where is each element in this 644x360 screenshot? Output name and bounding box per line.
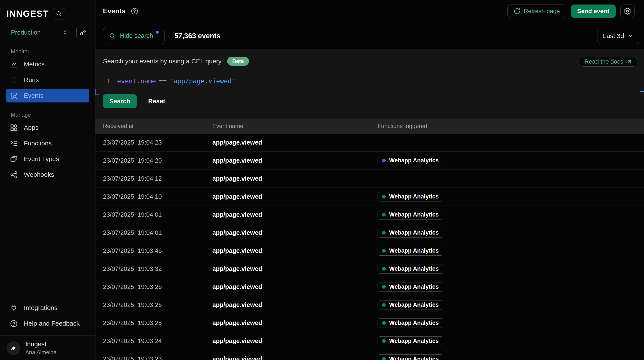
event-name-cell[interactable]: app/page.viewed [212,355,378,360]
refresh-page-label: Refresh page [524,8,560,15]
reset-button[interactable]: Reset [148,98,165,105]
time-range-selector[interactable]: Last 3d [597,28,639,44]
sidebar-item-apps[interactable]: Apps [6,121,89,134]
table-row[interactable]: 23/07/2025, 19:04:20 app/page.viewed Web… [96,152,644,170]
sidebar-top: INNGEST Production MonitorMetricsRunsEve… [0,8,95,184]
send-event-button[interactable]: Send event [571,5,616,18]
cel-query-editor[interactable]: 1 event.name=="app/page.viewed" [103,77,638,85]
function-name: Webapp Analytics [389,211,439,218]
search-button[interactable]: Search [103,94,137,108]
event-name-cell[interactable]: app/page.viewed [212,139,378,146]
account-menu[interactable]: Inngest Ana Almeida [0,336,95,360]
read-the-docs-button[interactable]: Read the docs [578,57,638,67]
event-name-cell[interactable]: app/page.viewed [212,247,378,254]
user-text: Inngest Ana Almeida [25,340,57,356]
help-circle-icon[interactable] [131,7,138,15]
table-row[interactable]: 23/07/2025, 19:03:46 app/page.viewed Web… [96,242,644,260]
sidebar-item-runs[interactable]: Runs [6,73,89,87]
event-types-icon [10,155,18,163]
table-row[interactable]: 23/07/2025, 19:03:25 app/page.viewed Web… [96,314,644,332]
event-name-cell[interactable]: app/page.viewed [212,283,378,290]
function-status-dot [382,195,386,199]
cel-title-wrap: Search your events by using a CEL query … [103,57,249,66]
global-search-button[interactable] [53,8,65,20]
table-row[interactable]: 23/07/2025, 19:03:32 app/page.viewed Web… [96,260,644,278]
environment-selector[interactable]: Production [6,26,73,39]
table-row[interactable]: 23/07/2025, 19:03:24 app/page.viewed Web… [96,332,644,350]
function-badge[interactable]: Webapp Analytics [378,156,443,165]
function-badge[interactable]: Webapp Analytics [378,282,443,292]
received-at-cell: 23/07/2025, 19:03:26 [103,283,212,290]
function-name: Webapp Analytics [389,229,439,236]
function-name: Webapp Analytics [389,265,439,272]
table-row[interactable]: 23/07/2025, 19:03:23 app/page.viewed Web… [96,350,644,360]
event-name-cell[interactable]: app/page.viewed [212,211,378,218]
chevron-down-icon [628,33,634,39]
function-badge[interactable]: Webapp Analytics [378,300,443,310]
functions-cell: Webapp Analytics [378,210,644,220]
functions-cell: Webapp Analytics [378,282,644,292]
functions-cell: — [378,139,644,146]
inngest-logo: INNGEST [6,9,49,19]
environment-row: Production [0,26,95,39]
table-row[interactable]: 23/07/2025, 19:04:01 app/page.viewed Web… [96,206,644,224]
event-name-cell[interactable]: app/page.viewed [212,157,378,164]
table-row[interactable]: 23/07/2025, 19:04:10 app/page.viewed Web… [96,188,644,206]
table-row[interactable]: 23/07/2025, 19:03:26 app/page.viewed Web… [96,296,644,314]
sidebar-item-help-and-feedback[interactable]: Help and Feedback [6,317,89,330]
environment-value: Production [11,29,41,36]
event-name-cell[interactable]: app/page.viewed [212,337,378,344]
metrics-icon [10,60,18,68]
event-keys-button[interactable] [76,26,89,39]
event-name-cell[interactable]: app/page.viewed [212,229,378,236]
hide-search-button[interactable]: Hide search [103,28,164,44]
table-row[interactable]: 23/07/2025, 19:04:23 app/page.viewed — [96,134,644,152]
sidebar-item-label: Integrations [24,304,58,311]
sidebar-item-integrations[interactable]: Integrations [6,301,89,315]
function-name: Webapp Analytics [389,338,439,344]
nav-section-label-monitor: Monitor [6,48,89,55]
function-status-dot [382,321,386,325]
table-row[interactable]: 23/07/2025, 19:04:12 app/page.viewed — [96,170,644,188]
function-badge[interactable]: Webapp Analytics [378,264,443,274]
sidebar-item-events[interactable]: Events [6,89,89,102]
function-status-dot [382,285,386,289]
sidebar-item-metrics[interactable]: Metrics [6,57,89,71]
function-badge[interactable]: Webapp Analytics [378,318,443,328]
event-name-cell[interactable]: app/page.viewed [212,319,378,326]
function-name: Webapp Analytics [389,157,439,164]
main-content: Events Refresh page Send event Hide sear… [96,0,644,360]
function-badge[interactable]: Webapp Analytics [378,192,443,202]
sidebar-item-functions[interactable]: Functions [6,136,89,150]
event-name-cell[interactable]: app/page.viewed [212,175,378,182]
event-name-cell[interactable]: app/page.viewed [212,265,378,272]
function-badge[interactable]: Webapp Analytics [378,210,443,220]
function-badge[interactable]: Webapp Analytics [378,336,443,346]
environment-settings-button[interactable] [620,5,634,18]
received-at-cell: 23/07/2025, 19:03:32 [103,265,212,272]
function-badge[interactable]: Webapp Analytics [378,228,443,238]
refresh-icon [514,8,520,15]
apps-icon [10,124,18,132]
sidebar-item-label: Events [24,92,44,99]
table-row[interactable]: 23/07/2025, 19:03:26 app/page.viewed Web… [96,278,644,296]
sidebar-item-webhooks[interactable]: Webhooks [6,168,89,182]
received-at-cell: 23/07/2025, 19:03:25 [103,319,212,326]
function-badge[interactable]: Webapp Analytics [378,354,443,360]
sidebar-item-label: Webhooks [24,171,54,178]
functions-cell: Webapp Analytics [378,354,644,360]
event-name-cell[interactable]: app/page.viewed [212,301,378,308]
received-at-cell: 23/07/2025, 19:03:23 [103,355,212,360]
event-name-cell[interactable]: app/page.viewed [212,193,378,200]
notification-dot [156,31,159,34]
refresh-page-button[interactable]: Refresh page [507,5,566,18]
table-row[interactable]: 23/07/2025, 19:04:01 app/page.viewed Web… [96,224,644,242]
received-at-cell: 23/07/2025, 19:04:01 [103,229,212,236]
functions-cell: Webapp Analytics [378,300,644,310]
no-functions-marker: — [378,175,384,182]
functions-cell: Webapp Analytics [378,264,644,274]
hide-search-label: Hide search [120,32,153,39]
sidebar-item-event-types[interactable]: Event Types [6,152,89,166]
function-badge[interactable]: Webapp Analytics [378,246,443,256]
received-at-cell: 23/07/2025, 19:04:20 [103,157,212,164]
